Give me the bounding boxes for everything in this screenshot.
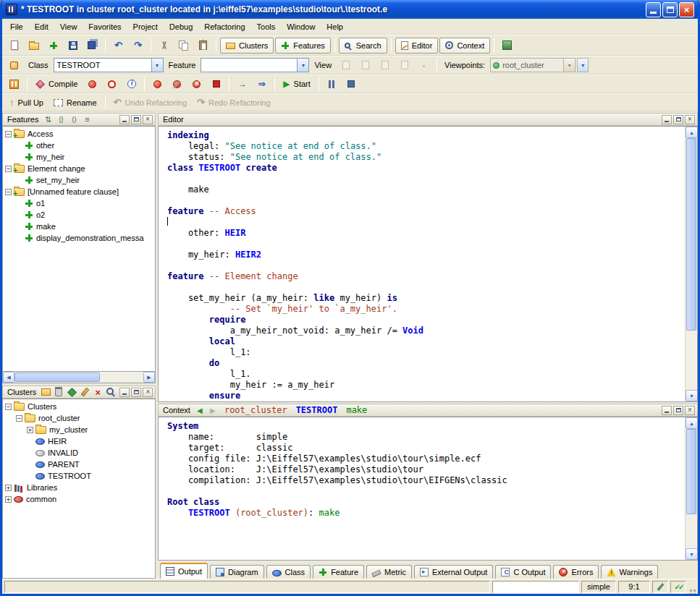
scrollbar-track[interactable]: [14, 372, 143, 383]
editor-code-area[interactable]: indexing legal: "See notice at end of cl…: [159, 127, 685, 401]
save-all-button[interactable]: [83, 38, 101, 54]
tree-item-unnamed-feature-clause[interactable]: −[Unnamed feature clause]: [3, 186, 155, 197]
tab-metric[interactable]: Metric: [366, 565, 412, 579]
copy-button[interactable]: [174, 38, 193, 54]
breadcrumb-root-cluster[interactable]: root_cluster: [224, 405, 287, 415]
tree-item-libraries[interactable]: +Libraries: [3, 482, 155, 493]
breakpoints-disable-button[interactable]: [168, 76, 186, 92]
view-dropdown-button[interactable]: [415, 57, 433, 73]
menu-item-debug[interactable]: Debug: [164, 20, 198, 33]
tab-errors[interactable]: Errors: [553, 565, 599, 579]
feature-combobox-arrow[interactable]: ▼: [297, 59, 308, 72]
class-combobox[interactable]: TESTROOT ▼: [54, 58, 164, 72]
context-output-area[interactable]: System name: simple target: classic conf…: [159, 417, 685, 560]
cut-button[interactable]: [155, 38, 173, 54]
tree-item-o1[interactable]: o1: [3, 197, 155, 209]
tree-item-heir[interactable]: HEIR: [3, 435, 155, 447]
tab-class[interactable]: Class: [266, 565, 311, 579]
stop-button[interactable]: [342, 76, 360, 92]
tab-diagram[interactable]: Diagram: [210, 565, 264, 579]
tab-c-output[interactable]: C Output: [495, 565, 551, 579]
title-bar[interactable]: * TESTROOT in cluster root_cluster locat…: [2, 0, 698, 19]
scroll-down-arrow[interactable]: ▼: [686, 548, 698, 560]
expander-minus-icon[interactable]: −: [16, 415, 22, 422]
redo-button[interactable]: [129, 38, 147, 54]
menu-item-refactoring[interactable]: Refactoring: [198, 20, 250, 33]
minimize-button[interactable]: [646, 2, 661, 17]
toggle-context-button[interactable]: Context: [439, 38, 490, 54]
clusters-close-button[interactable]: ×: [143, 388, 153, 397]
tree-item-make[interactable]: make: [3, 221, 155, 232]
pull-up-button[interactable]: Pull Up: [5, 95, 48, 111]
status-check-indicator[interactable]: [670, 581, 686, 593]
menu-item-view[interactable]: View: [54, 20, 83, 33]
scroll-down-arrow[interactable]: ▼: [686, 390, 698, 401]
features-maximize-button[interactable]: [131, 115, 141, 124]
editor-vertical-scrollbar[interactable]: ▲ ▼: [685, 127, 697, 401]
breadcrumb-testroot[interactable]: TESTROOT: [296, 405, 338, 415]
breadcrumb-make[interactable]: make: [346, 405, 367, 415]
editor-close-button[interactable]: ×: [685, 115, 695, 124]
history-forward-button[interactable]: ▶: [207, 406, 219, 414]
context-close-button[interactable]: ×: [685, 406, 695, 415]
editor-maximize-button[interactable]: [673, 115, 683, 124]
menu-item-project[interactable]: Project: [127, 20, 164, 33]
tree-item-access[interactable]: −Access: [3, 128, 155, 140]
tab-feature[interactable]: Feature: [313, 565, 364, 579]
tree-item-o2[interactable]: o2: [3, 209, 155, 221]
tree-item-invalid[interactable]: INVALID: [3, 447, 155, 459]
scroll-up-arrow[interactable]: ▲: [686, 127, 698, 138]
close-button[interactable]: ×: [679, 2, 694, 17]
compile-button[interactable]: Compile: [31, 76, 82, 92]
signature-icon[interactable]: [68, 114, 80, 124]
scrollbar-track[interactable]: [686, 138, 697, 390]
add-item-button[interactable]: [44, 38, 62, 54]
freeze-button[interactable]: [83, 76, 101, 92]
paste-button[interactable]: [194, 38, 212, 54]
expander-plus-icon[interactable]: +: [5, 496, 12, 503]
view-clickable-button[interactable]: [356, 57, 374, 73]
menu-item-edit[interactable]: Edit: [29, 20, 54, 33]
tree-item-parent[interactable]: PARENT: [3, 459, 155, 470]
external-commands-button[interactable]: [498, 38, 516, 54]
history-back-button[interactable]: ◀: [194, 406, 206, 414]
tree-item-display-demonstration-messa[interactable]: display_demonstration_messa: [3, 232, 155, 244]
tree-item-root-cluster[interactable]: −root_cluster: [3, 412, 155, 424]
toggle-editor-button[interactable]: Editor: [395, 38, 439, 54]
tree-item-set-my-heir[interactable]: set_my_heir: [3, 174, 155, 186]
toggle-features-button[interactable]: Features: [275, 38, 330, 54]
diamond-icon[interactable]: [66, 387, 77, 397]
resize-grip[interactable]: [693, 589, 696, 592]
tree-item-my-heir[interactable]: my_heir: [3, 151, 155, 163]
rename-button[interactable]: Rename: [49, 95, 101, 111]
tree-item-clusters[interactable]: −Clusters: [3, 401, 155, 412]
undo-button[interactable]: [109, 38, 127, 54]
viewpoints-extra-arrow[interactable]: ▼: [577, 58, 589, 72]
viewpoints-combobox-arrow[interactable]: ▼: [563, 59, 575, 72]
breakpoints-remove-button[interactable]: [207, 76, 225, 92]
menu-item-file[interactable]: File: [4, 20, 29, 33]
step-into-button[interactable]: [233, 76, 251, 92]
expander-minus-icon[interactable]: −: [5, 404, 12, 410]
clauses-icon[interactable]: [55, 114, 67, 124]
expander-minus-icon[interactable]: −: [5, 189, 12, 195]
feature-combobox[interactable]: ▼: [201, 58, 309, 72]
view-text-button[interactable]: [337, 57, 355, 73]
tree-item-my-cluster[interactable]: +my_cluster: [3, 424, 155, 435]
tree-item-element-change[interactable]: −Element change: [3, 163, 155, 174]
clusters-maximize-button[interactable]: [131, 388, 141, 397]
menu-item-tools[interactable]: Tools: [251, 20, 282, 33]
context-vertical-scrollbar[interactable]: ▲ ▼: [685, 417, 697, 560]
menu-item-favorites[interactable]: Favorites: [83, 20, 127, 33]
pause-button[interactable]: [323, 76, 341, 92]
scrollbar-thumb[interactable]: [686, 138, 696, 331]
delete-icon[interactable]: [92, 387, 104, 397]
restore-button[interactable]: [662, 2, 678, 17]
scroll-up-arrow[interactable]: ▲: [686, 417, 698, 429]
tab-output[interactable]: Output: [160, 563, 208, 579]
edit-icon[interactable]: [79, 387, 90, 397]
sort-icon[interactable]: [42, 114, 54, 124]
status-edit-indicator[interactable]: [652, 581, 668, 593]
clusters-minimize-button[interactable]: [119, 388, 130, 397]
menu-item-help[interactable]: Help: [321, 20, 349, 33]
